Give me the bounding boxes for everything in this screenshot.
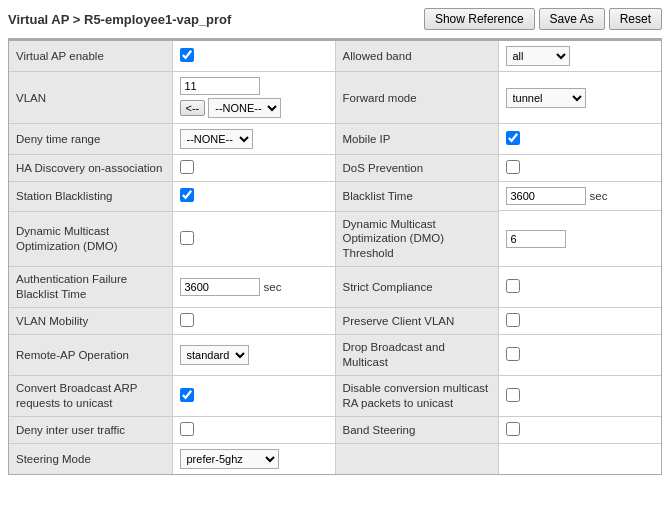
dmo-threshold-label: Dynamic Multicast Optimization (DMO) Thr… [335,211,498,267]
vlan-back-button[interactable]: <-- [180,100,206,116]
strict-compliance-label: Strict Compliance [335,267,498,308]
forward-mode-label: Forward mode [335,72,498,124]
virtual-ap-enable-label: Virtual AP enable [9,41,172,72]
empty-cell-1 [335,443,498,474]
save-as-button[interactable]: Save As [539,8,605,30]
forward-mode-value: tunnel bridge split-tunnel [498,72,661,124]
virtual-ap-enable-value [172,41,335,72]
vlan-mobility-checkbox[interactable] [180,313,194,327]
drop-broadcast-checkbox[interactable] [506,347,520,361]
preserve-client-vlan-label: Preserve Client VLAN [335,308,498,335]
forward-mode-select[interactable]: tunnel bridge split-tunnel [506,88,586,108]
virtual-ap-enable-checkbox[interactable] [180,48,194,62]
convert-broadcast-checkbox[interactable] [180,388,194,402]
mobile-ip-label: Mobile IP [335,124,498,155]
band-steering-checkbox[interactable] [506,422,520,436]
mobile-ip-checkbox[interactable] [506,131,520,145]
header-buttons: Show Reference Save As Reset [424,8,662,30]
band-steering-value [498,416,661,443]
deny-inter-user-checkbox[interactable] [180,422,194,436]
preserve-client-vlan-checkbox[interactable] [506,313,520,327]
page-header: Virtual AP > R5-employee1-vap_prof Show … [8,8,662,30]
convert-broadcast-label: Convert Broadcast ARP requests to unicas… [9,376,172,417]
vlan-label: VLAN [9,72,172,124]
dmo-threshold-input[interactable] [506,230,566,248]
disable-conversion-label: Disable conversion multicast RA packets … [335,376,498,417]
ha-discovery-checkbox[interactable] [180,160,194,174]
deny-inter-user-value [172,416,335,443]
band-steering-label: Band Steering [335,416,498,443]
reset-button[interactable]: Reset [609,8,662,30]
allowed-band-label: Allowed band [335,41,498,72]
ha-discovery-label: HA Discovery on-association [9,155,172,182]
strict-compliance-value [498,267,661,308]
dos-prevention-value [498,155,661,182]
blacklist-time-label: Blacklist Time [335,182,498,212]
steering-mode-label: Steering Mode [9,443,172,474]
settings-table: Virtual AP enable Allowed band all 2.4GH… [8,40,662,475]
blacklist-time-unit: sec [590,190,608,202]
convert-broadcast-value [172,376,335,417]
station-blacklisting-checkbox[interactable] [180,188,194,202]
deny-time-range-value: --NONE-- [172,124,335,155]
dmo-checkbox[interactable] [180,231,194,245]
drop-broadcast-label: Drop Broadcast and Multicast [335,335,498,376]
drop-broadcast-value [498,335,661,376]
deny-time-range-select[interactable]: --NONE-- [180,129,253,149]
remote-ap-select[interactable]: standard always backup only [180,345,249,365]
steering-mode-value: prefer-5ghz force-5ghz balance-bands [172,443,335,474]
vlan-none-select[interactable]: --NONE-- [208,98,281,118]
strict-compliance-checkbox[interactable] [506,279,520,293]
auth-failure-value: sec [172,267,335,308]
dmo-label: Dynamic Multicast Optimization (DMO) [9,211,172,267]
vlan-value: <-- --NONE-- [172,72,335,124]
allowed-band-select[interactable]: all 2.4GHz 5GHz [506,46,570,66]
dos-prevention-checkbox[interactable] [506,160,520,174]
mobile-ip-value [498,124,661,155]
dos-prevention-label: DoS Prevention [335,155,498,182]
remote-ap-label: Remote-AP Operation [9,335,172,376]
vlan-mobility-label: VLAN Mobility [9,308,172,335]
deny-inter-user-label: Deny inter user traffic [9,416,172,443]
vlan-input[interactable] [180,77,260,95]
station-blacklisting-label: Station Blacklisting [9,182,172,212]
show-reference-button[interactable]: Show Reference [424,8,535,30]
auth-failure-label: Authentication Failure Blacklist Time [9,267,172,308]
remote-ap-value: standard always backup only [172,335,335,376]
dmo-value [172,211,335,267]
vlan-mobility-value [172,308,335,335]
empty-cell-2 [498,443,661,474]
station-blacklisting-value [172,182,335,212]
disable-conversion-value [498,376,661,417]
deny-time-range-label: Deny time range [9,124,172,155]
blacklist-time-value: sec [499,182,662,211]
ha-discovery-value [172,155,335,182]
blacklist-time-input[interactable] [506,187,586,205]
auth-failure-unit: sec [264,281,282,293]
disable-conversion-checkbox[interactable] [506,388,520,402]
preserve-client-vlan-value [498,308,661,335]
dmo-threshold-value [498,211,661,267]
breadcrumb: Virtual AP > R5-employee1-vap_prof [8,12,231,27]
allowed-band-value: all 2.4GHz 5GHz [498,41,661,72]
auth-failure-input[interactable] [180,278,260,296]
steering-mode-select[interactable]: prefer-5ghz force-5ghz balance-bands [180,449,279,469]
